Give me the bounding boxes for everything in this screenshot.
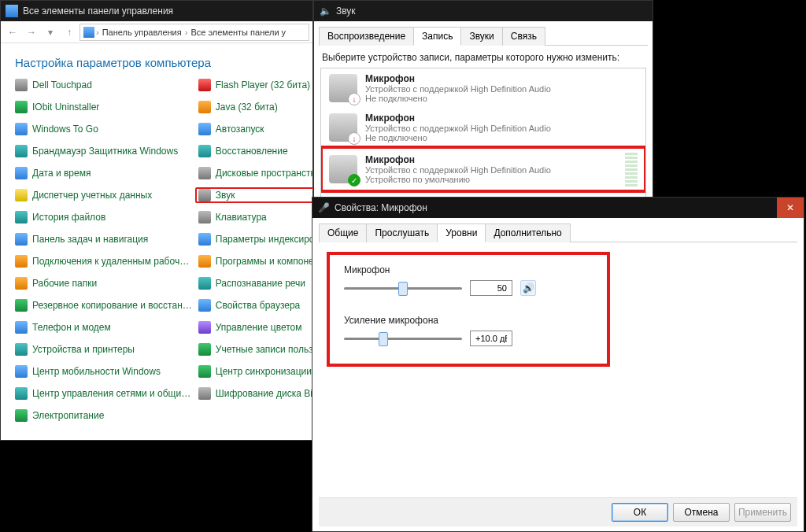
cp-item[interactable]: Клавиатура (195, 209, 329, 225)
device-item[interactable]: ✓МикрофонУстройство с поддержкой High De… (321, 147, 645, 191)
cp-titlebar[interactable]: Все элементы панели управления (1, 1, 312, 21)
mic-mute-button[interactable]: 🔊 (520, 280, 536, 296)
device-badge: ↓ (348, 132, 360, 145)
cp-item[interactable]: Дата и время (12, 165, 195, 181)
cp-item[interactable]: Панель задач и навигация (12, 231, 195, 247)
cp-item-icon (198, 145, 211, 157)
cp-item[interactable]: Центр мобильности Windows (12, 364, 195, 379)
forward-button[interactable]: → (23, 24, 40, 41)
cp-item-icon (198, 299, 211, 312)
page-title: Настройка параметров компьютера (1, 43, 312, 77)
mic-gain-value[interactable] (470, 331, 512, 346)
cp-item[interactable]: Рабочие папки (12, 275, 195, 291)
cp-item[interactable]: Параметры индексиров (195, 231, 329, 247)
cp-item-label: Автозапуск (216, 124, 264, 135)
levels-panel: Микрофон 🔊 Усиление микрофона (319, 242, 797, 497)
cp-item[interactable]: Управление цветом (195, 320, 329, 335)
cp-item-icon (198, 211, 211, 224)
cp-item[interactable]: Центр управления сетями и общи… (12, 386, 195, 401)
cp-item-icon (198, 189, 211, 201)
cp-item[interactable]: Диспетчер учетных данных (12, 187, 195, 203)
prop-tab[interactable]: Прослушать (366, 224, 438, 242)
cp-item[interactable]: Подключения к удаленным рабоч… (12, 253, 195, 269)
cp-grid: Dell TouchpadIObit UninstallerWindows To… (1, 77, 312, 423)
cp-item[interactable]: Брандмауэр Защитника Windows (12, 143, 195, 159)
prop-tab[interactable]: Дополнительно (485, 224, 570, 242)
mic-icon: 🎤 (317, 201, 330, 214)
snd-tab[interactable]: Звуки (460, 27, 502, 46)
cp-item-label: История файлов (32, 212, 105, 223)
cp-item-icon (15, 167, 28, 179)
prop-tab[interactable]: Общие (319, 224, 367, 242)
cp-item-icon (15, 189, 28, 201)
cp-item[interactable]: Телефон и модем (12, 320, 195, 335)
cp-item[interactable]: Программы и компонен (195, 253, 329, 269)
up-button[interactable]: ↑ (61, 24, 78, 41)
apply-button[interactable]: Применить (734, 503, 791, 522)
cp-item-label: Дата и время (32, 168, 91, 179)
mic-level-value[interactable] (470, 280, 512, 296)
mic-gain-slider[interactable] (344, 331, 462, 346)
breadcrumb-a[interactable]: Панель управления (101, 28, 183, 37)
cp-item[interactable]: Свойства браузера (195, 297, 329, 313)
cp-item[interactable]: Dell Touchpad (12, 77, 195, 93)
cp-item-label: Управление цветом (216, 322, 302, 333)
cp-item-icon (15, 365, 28, 378)
cp-item-icon (15, 299, 28, 312)
cp-item[interactable]: IObit Uninstaller (12, 99, 195, 115)
device-item[interactable]: ↓МикрофонУстройство с поддержкой High De… (321, 68, 645, 108)
cp-item[interactable]: Распознавание речи (195, 275, 329, 291)
snd-tab[interactable]: Запись (413, 27, 461, 46)
device-icon: ↓ (329, 74, 357, 102)
cp-item[interactable]: Java (32 бита) (195, 99, 329, 115)
snd-tab[interactable]: Воспроизведение (319, 27, 414, 46)
device-item[interactable]: ↓МикрофонУстройство с поддержкой High De… (321, 108, 645, 147)
cp-col-right: Flash Player (32 бита)Java (32 бита)Авто… (195, 77, 329, 423)
recent-button[interactable]: ▾ (42, 24, 59, 41)
device-list[interactable]: ↓МикрофонУстройство с поддержкой High De… (320, 68, 646, 200)
cp-item-label: Dell Touchpad (32, 79, 92, 91)
cp-col-left: Dell TouchpadIObit UninstallerWindows To… (12, 77, 195, 423)
cp-item-icon (15, 343, 28, 356)
cp-item[interactable]: Звук (195, 187, 329, 203)
mic-gain-label: Усиление микрофона (344, 315, 593, 326)
prop-title: Свойства: Микрофон (335, 202, 427, 213)
close-button[interactable]: ✕ (777, 198, 804, 218)
cp-item[interactable]: Электропитание (12, 408, 195, 423)
cp-item-label: Программы и компонен (216, 256, 320, 267)
cp-item-icon (15, 233, 28, 246)
cp-item-icon (198, 101, 211, 113)
device-status: Не подключено (365, 94, 638, 103)
cp-item[interactable]: Учетные записи пользо (195, 342, 329, 357)
back-button[interactable]: ← (4, 24, 21, 41)
cancel-button[interactable]: Отмена (673, 503, 730, 522)
snd-tabs: ВоспроизведениеЗаписьЗвукиСвязь (319, 26, 648, 46)
cp-item[interactable]: Центр синхронизации (195, 364, 329, 379)
cp-item-icon (198, 255, 211, 268)
prop-titlebar[interactable]: 🎤 Свойства: Микрофон ✕ (312, 198, 804, 218)
cp-item[interactable]: Устройства и принтеры (12, 342, 195, 357)
cp-item[interactable]: Flash Player (32 бита) (195, 77, 329, 93)
ok-button[interactable]: ОК (612, 503, 668, 522)
cp-item[interactable]: Автозапуск (195, 121, 329, 137)
cp-item-icon (15, 123, 28, 135)
cp-item-icon (15, 321, 28, 334)
snd-titlebar[interactable]: 🔈 Звук (314, 1, 653, 21)
cp-item[interactable]: История файлов (12, 209, 195, 225)
snd-tab[interactable]: Связь (502, 27, 545, 46)
device-status: Устройство по умолчанию (365, 175, 617, 184)
cp-item[interactable]: Дисковые пространства (195, 165, 329, 181)
cp-item-label: Центр управления сетями и общи… (32, 388, 190, 399)
cp-item[interactable]: Резервное копирование и восстан… (12, 297, 195, 313)
prop-tab[interactable]: Уровни (437, 224, 486, 242)
cp-item[interactable]: Восстановление (195, 143, 329, 159)
cp-item[interactable]: Шифрование диска BitLo (195, 386, 329, 401)
cp-item[interactable]: Windows To Go (12, 121, 195, 137)
mic-level-slider[interactable] (344, 280, 462, 296)
cp-item-icon (15, 277, 28, 290)
prop-footer: ОК Отмена Применить (319, 497, 797, 526)
device-badge: ↓ (348, 93, 360, 105)
breadcrumb-b[interactable]: Все элементы панели у (189, 28, 287, 37)
cp-item-icon (198, 343, 211, 356)
address-bar[interactable]: › Панель управления › Все элементы панел… (79, 24, 309, 41)
